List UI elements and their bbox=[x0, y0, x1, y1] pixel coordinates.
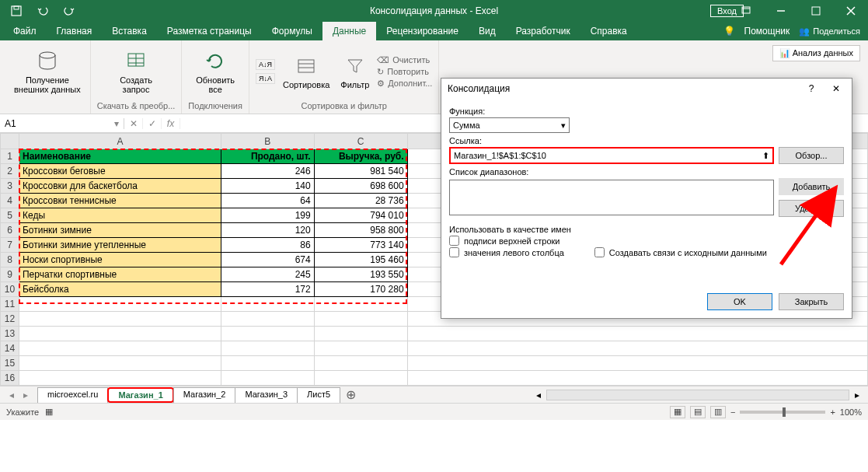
cell[interactable]: 172 bbox=[221, 282, 314, 297]
col-header-b[interactable]: B bbox=[221, 134, 314, 149]
cell[interactable]: 958 800 bbox=[314, 223, 407, 238]
cell[interactable]: Бейсболка bbox=[19, 282, 221, 297]
minimize-icon[interactable] bbox=[763, 0, 798, 22]
name-box[interactable]: A1▾ bbox=[0, 118, 124, 129]
row-header[interactable]: 7 bbox=[1, 238, 19, 253]
new-query-button[interactable]: Создать запрос bbox=[117, 47, 155, 96]
sort-az-button[interactable]: А↓Я bbox=[256, 59, 275, 70]
horizontal-scrollbar[interactable] bbox=[546, 390, 849, 400]
function-combo[interactable]: Сумма ▾ bbox=[449, 117, 570, 133]
tab-developer[interactable]: Разработчик bbox=[506, 22, 580, 40]
add-sheet-button[interactable]: ⊕ bbox=[340, 387, 362, 402]
cell[interactable]: 794 010 bbox=[314, 208, 407, 223]
row-header[interactable]: 1 bbox=[1, 149, 19, 164]
tab-data[interactable]: Данные bbox=[322, 22, 376, 40]
scroll-right-button[interactable]: ▸ bbox=[851, 390, 863, 400]
zoom-level[interactable]: 100% bbox=[840, 407, 862, 417]
cell[interactable] bbox=[407, 356, 867, 371]
cell[interactable] bbox=[314, 341, 407, 356]
cell[interactable]: 246 bbox=[221, 164, 314, 179]
row-header[interactable]: 6 bbox=[1, 223, 19, 238]
assistant-button[interactable]: Помощник bbox=[741, 26, 793, 37]
create-links-checkbox[interactable]: Создавать связи с исходными данными bbox=[594, 247, 767, 257]
row-header[interactable]: 10 bbox=[1, 282, 19, 297]
tab-home[interactable]: Главная bbox=[47, 22, 103, 40]
cell[interactable] bbox=[221, 312, 314, 327]
tab-view[interactable]: Вид bbox=[469, 22, 506, 40]
row-header[interactable]: 11 bbox=[1, 297, 19, 312]
row-header[interactable]: 14 bbox=[1, 341, 19, 356]
col-header-c[interactable]: C bbox=[314, 134, 407, 149]
refresh-all-button[interactable]: Обновить все bbox=[193, 47, 238, 96]
cell[interactable] bbox=[314, 312, 407, 327]
dialog-help-button[interactable]: ? bbox=[802, 83, 821, 94]
macro-record-icon[interactable]: ▦ bbox=[45, 407, 53, 417]
ranges-listbox[interactable] bbox=[449, 180, 774, 215]
sheet-tab[interactable]: Магазин_3 bbox=[235, 387, 298, 403]
cell[interactable] bbox=[221, 356, 314, 371]
sheet-nav-prev[interactable]: ▸ bbox=[19, 390, 33, 400]
reapply-button[interactable]: ↻Повторить bbox=[377, 66, 432, 78]
row-header[interactable]: 2 bbox=[1, 164, 19, 179]
cell[interactable] bbox=[407, 371, 867, 386]
zoom-in-button[interactable]: + bbox=[830, 407, 835, 417]
row-header[interactable]: 9 bbox=[1, 267, 19, 282]
cell[interactable] bbox=[19, 327, 221, 341]
dialog-close-button[interactable]: ✕ bbox=[827, 83, 845, 94]
cell[interactable]: Выручка, руб. bbox=[314, 149, 407, 164]
cell[interactable]: 28 736 bbox=[314, 194, 407, 208]
tab-formulas[interactable]: Формулы bbox=[262, 22, 322, 40]
sheet-tab[interactable]: Магазин_1 bbox=[107, 387, 173, 403]
ribbon-options-icon[interactable] bbox=[728, 0, 763, 22]
cell[interactable] bbox=[221, 297, 314, 312]
cell[interactable]: Перчатки спортивные bbox=[19, 267, 221, 282]
cell[interactable]: 86 bbox=[221, 238, 314, 253]
scroll-left-button[interactable]: ◂ bbox=[532, 390, 545, 400]
tab-file[interactable]: Файл bbox=[3, 22, 47, 40]
save-icon[interactable] bbox=[5, 0, 28, 22]
cell[interactable]: Продано, шт. bbox=[221, 149, 314, 164]
cell[interactable]: 674 bbox=[221, 253, 314, 267]
cell[interactable] bbox=[407, 327, 867, 341]
cancel-button[interactable]: Закрыть bbox=[779, 293, 844, 310]
clear-filter-button[interactable]: ⌫Очистить bbox=[377, 54, 432, 66]
cell[interactable] bbox=[221, 341, 314, 356]
sort-za-button[interactable]: Я↓А bbox=[256, 73, 275, 84]
cell[interactable]: 245 bbox=[221, 267, 314, 282]
zoom-out-button[interactable]: − bbox=[730, 407, 735, 417]
filter-button[interactable]: Фильтр bbox=[337, 52, 372, 91]
cell[interactable]: 199 bbox=[221, 208, 314, 223]
page-layout-button[interactable]: ▤ bbox=[690, 406, 706, 418]
cell[interactable]: Наименование bbox=[19, 149, 221, 164]
cell[interactable] bbox=[19, 356, 221, 371]
add-button[interactable]: Добавить bbox=[779, 178, 844, 195]
normal-view-button[interactable]: ▦ bbox=[670, 406, 685, 418]
row-header[interactable]: 16 bbox=[1, 371, 19, 386]
cell[interactable]: 773 140 bbox=[314, 238, 407, 253]
cell[interactable]: Кроссовки для баскетбола bbox=[19, 179, 221, 194]
tab-layout[interactable]: Разметка страницы bbox=[157, 22, 262, 40]
delete-button[interactable]: Удалить bbox=[779, 200, 844, 217]
sheet-tab[interactable]: microexcel.ru bbox=[37, 387, 108, 403]
zoom-slider[interactable] bbox=[740, 411, 825, 414]
close-icon[interactable] bbox=[833, 0, 868, 22]
left-col-checkbox[interactable]: значения левого столбца bbox=[449, 247, 571, 257]
cell[interactable]: Носки спортивные bbox=[19, 253, 221, 267]
cell[interactable]: 170 280 bbox=[314, 282, 407, 297]
cell[interactable]: Кроссовки беговые bbox=[19, 164, 221, 179]
data-analysis-button[interactable]: 📊 Анализ данных bbox=[772, 45, 860, 61]
accept-formula-button[interactable]: ✓ bbox=[143, 118, 162, 129]
maximize-icon[interactable] bbox=[798, 0, 833, 22]
collapse-dialog-icon[interactable]: ⬆ bbox=[762, 151, 769, 161]
cell[interactable]: Ботинки зимние bbox=[19, 223, 221, 238]
cell[interactable] bbox=[221, 371, 314, 386]
cell[interactable] bbox=[221, 327, 314, 341]
advanced-filter-button[interactable]: ⚙Дополнит... bbox=[377, 78, 432, 89]
cell[interactable] bbox=[19, 341, 221, 356]
row-header[interactable]: 3 bbox=[1, 179, 19, 194]
cell[interactable]: Кеды bbox=[19, 208, 221, 223]
cancel-formula-button[interactable]: ✕ bbox=[124, 118, 143, 129]
top-row-checkbox[interactable]: подписи верхней строки bbox=[449, 236, 571, 246]
page-break-button[interactable]: ▥ bbox=[710, 406, 726, 418]
reference-input[interactable]: Магазин_1!$A$1:$C$10 ⬆ bbox=[449, 147, 774, 164]
